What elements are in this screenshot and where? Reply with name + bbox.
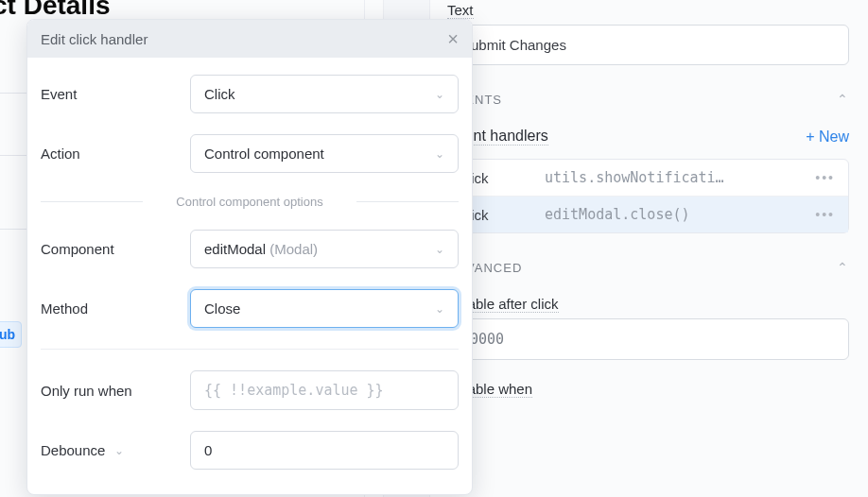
chevron-down-icon[interactable]: ⌄: [114, 444, 124, 457]
handler-code: editModal.close(): [545, 206, 807, 223]
new-handler-button[interactable]: + New: [806, 129, 849, 146]
method-label: Method: [41, 300, 190, 317]
action-label: Action: [41, 146, 190, 162]
component-type: (Modal): [266, 241, 318, 257]
edit-click-handler-modal: Edit click handler × Event Click ⌄ Actio…: [26, 19, 473, 495]
divider-label: Control component options: [166, 195, 332, 209]
select-value: Click: [204, 86, 235, 102]
select-value: Control component: [204, 146, 324, 162]
select-value: editModal (Modal): [204, 241, 318, 257]
divider: [41, 349, 459, 350]
chevron-down-icon: ⌄: [435, 302, 444, 316]
inspector-panel: Text EVENTS ⌃ Event handlers + New Click…: [447, 0, 849, 403]
event-label: Event: [41, 86, 190, 102]
only-run-when-label: Only run when: [41, 383, 190, 399]
chevron-up-icon[interactable]: ⌃: [837, 260, 849, 275]
modal-header: Edit click handler ×: [27, 20, 472, 58]
component-label: Component: [41, 241, 190, 257]
text-field-label: Text: [447, 2, 474, 19]
page-title: ct Details: [0, 0, 111, 21]
component-name: editModal: [204, 241, 266, 257]
chevron-up-icon[interactable]: ⌃: [837, 92, 849, 107]
close-icon[interactable]: ×: [447, 29, 459, 48]
chevron-down-icon: ⌄: [435, 88, 444, 101]
component-select[interactable]: editModal (Modal) ⌄: [190, 230, 459, 268]
chevron-down-icon: ⌄: [435, 147, 444, 161]
chevron-down-icon: ⌄: [435, 243, 444, 256]
more-icon[interactable]: •••: [815, 207, 841, 222]
control-component-options-divider: Control component options: [41, 194, 459, 209]
debounce-input[interactable]: [190, 431, 459, 470]
table-row[interactable]: Click editModal.close() •••: [448, 197, 848, 232]
only-run-when-input[interactable]: [190, 370, 459, 410]
method-select[interactable]: Close ⌄: [190, 289, 459, 328]
disable-after-click-input[interactable]: [447, 318, 849, 360]
debounce-label: Debounce: [41, 442, 105, 458]
action-select[interactable]: Control component ⌄: [190, 134, 459, 173]
table-row[interactable]: Click utils.showNotificati… •••: [448, 160, 848, 197]
handler-code: utils.showNotificati…: [545, 169, 807, 186]
text-input[interactable]: [447, 25, 849, 65]
submit-button-fragment[interactable]: ub: [0, 321, 22, 348]
event-handlers-table: Click utils.showNotificati… ••• Click ed…: [447, 159, 849, 233]
select-value: Close: [204, 300, 240, 317]
event-select[interactable]: Click ⌄: [190, 75, 459, 113]
more-icon[interactable]: •••: [815, 170, 841, 185]
modal-title: Edit click handler: [41, 31, 148, 47]
